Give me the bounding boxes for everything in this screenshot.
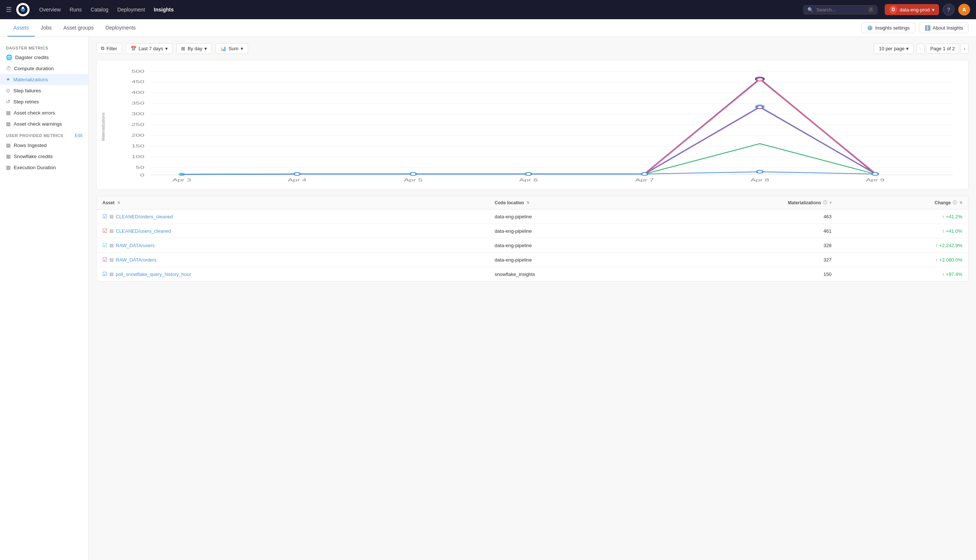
asset-link[interactable]: ☑ ▤ RAW_DATA/users <box>102 242 483 248</box>
change-up-icon: ↑ <box>935 257 938 263</box>
hamburger-menu[interactable]: ☰ <box>6 5 12 14</box>
duration-icon: ▦ <box>6 164 11 170</box>
sidebar-item-materializations[interactable]: ✦ Materializations <box>0 74 89 85</box>
svg-text:100: 100 <box>131 155 144 159</box>
search-box[interactable]: 🔍 Search... / <box>803 5 877 14</box>
materializations-cell: 328 <box>707 238 838 253</box>
per-page-selector[interactable]: 10 per page ▾ <box>874 43 913 54</box>
next-page-button[interactable]: › <box>961 43 969 53</box>
topnav-right: D data-eng-prod ▾ ? A <box>885 4 970 15</box>
sidebar-item-asset-check-errors[interactable]: ▦ Asset check errors <box>0 107 89 118</box>
page-indicator[interactable]: Page 1 of 2 <box>926 43 959 53</box>
asset-link[interactable]: ☑ ▤ CLEANED/users_cleaned <box>102 228 483 234</box>
asset-link[interactable]: ☑ ▤ poll_snowflake_query_history_hour <box>102 271 483 277</box>
app-logo <box>16 3 30 16</box>
clock-icon: ⏱ <box>6 65 11 71</box>
col-asset[interactable]: Asset ⇅ <box>97 196 489 210</box>
asset-link[interactable]: ☑ ▤ RAW_DATA/orders <box>102 257 483 263</box>
change-value: +2,242.9% <box>939 243 962 248</box>
chevron-down-icon: ▾ <box>165 46 168 51</box>
checkbox-icon: ☑ <box>102 257 107 263</box>
col-change[interactable]: Change ⓘ ⇅ <box>837 196 968 210</box>
sidebar-item-label: Snowflake credits <box>14 154 53 159</box>
nav-catalog[interactable]: Catalog <box>87 5 112 15</box>
table-row: ☑ ▤ RAW_DATA/orders data-eng-pipeline327… <box>97 253 968 267</box>
code-location-cell: snowflake_insights <box>489 267 707 282</box>
chevron-down-icon-2: ▾ <box>204 46 207 51</box>
checkbox-icon: ☑ <box>102 242 107 248</box>
insights-settings-button[interactable]: ⚙️ Insights settings <box>861 23 915 33</box>
tab-jobs[interactable]: Jobs <box>35 20 58 37</box>
table-icon: ▤ <box>109 257 114 262</box>
svg-text:300: 300 <box>131 112 144 116</box>
about-insights-button[interactable]: ℹ️ About Insights <box>919 23 969 33</box>
nav-runs[interactable]: Runs <box>66 5 85 15</box>
sidebar-item-asset-check-warnings[interactable]: ▦ Asset check warnings <box>0 118 89 129</box>
sidebar-item-rows-ingested[interactable]: ▦ Rows Ingested <box>0 140 89 151</box>
tab-asset-groups[interactable]: Asset groups <box>58 20 100 37</box>
aggregation-button[interactable]: 📊 Sum ▾ <box>216 43 248 54</box>
svg-text:350: 350 <box>131 101 144 105</box>
date-range-button[interactable]: 📅 Last 7 days ▾ <box>126 43 173 54</box>
sidebar-item-step-retries[interactable]: ↺ Step retries <box>0 96 89 107</box>
svg-text:Apr  8: Apr 8 <box>750 178 769 182</box>
code-location-cell: data-eng-pipeline <box>489 210 707 224</box>
tab-deployments[interactable]: Deployments <box>99 20 142 37</box>
rows-icon: ▦ <box>6 142 11 148</box>
code-location-cell: data-eng-pipeline <box>489 224 707 238</box>
materializations-cell: 327 <box>707 253 838 267</box>
code-location-cell: data-eng-pipeline <box>489 238 707 253</box>
col-materializations[interactable]: Materializations ⓘ ▾ <box>707 196 838 210</box>
search-placeholder: Search... <box>816 7 836 13</box>
sidebar-item-execution-duration[interactable]: ▦ Execution Duration <box>0 162 89 173</box>
sidebar-item-compute-duration[interactable]: ⏱ Compute duration <box>0 63 89 74</box>
user-avatar[interactable]: A <box>958 4 970 15</box>
svg-point-52 <box>757 170 763 173</box>
svg-text:450: 450 <box>131 80 144 84</box>
sidebar-item-dagster-credits[interactable]: 🌐 Dagster credits <box>0 52 89 63</box>
materializations-col-label: Materializations <box>788 200 821 205</box>
nav-deployment[interactable]: Deployment <box>114 5 149 15</box>
edit-metrics-link[interactable]: Edit <box>75 133 82 138</box>
svg-text:500: 500 <box>131 70 144 73</box>
asset-col-label: Asset <box>102 200 115 205</box>
chevron-down-icon-3: ▾ <box>241 46 243 51</box>
subnav: Assets Jobs Asset groups Deployments ⚙️ … <box>0 19 976 37</box>
svg-text:0: 0 <box>140 173 145 177</box>
sort-mat-icon: ▾ <box>830 201 831 205</box>
star-icon: ✦ <box>6 77 10 82</box>
svg-point-49 <box>410 173 416 175</box>
chart-icon: 📊 <box>221 46 226 51</box>
insights-settings-label: Insights settings <box>875 25 909 31</box>
asset-link[interactable]: ☑ ▤ CLEANED/orders_cleaned <box>102 213 483 220</box>
sidebar-item-label: Compute duration <box>14 66 53 71</box>
svg-text:Apr  9: Apr 9 <box>866 178 884 182</box>
change-info-icon: ⓘ <box>953 200 957 205</box>
circle-icon: ⊙ <box>6 88 10 93</box>
dagster-metrics-label: Dagster metrics <box>0 43 89 52</box>
nav-overview[interactable]: Overview <box>35 5 64 15</box>
topnav-links: Overview Runs Catalog Deployment Insight… <box>35 5 801 15</box>
tab-assets[interactable]: Assets <box>7 20 35 37</box>
sidebar-item-snowflake-credits[interactable]: ▦ Snowflake credits <box>0 151 89 162</box>
group-by-button[interactable]: ⊞ By day ▾ <box>176 43 212 54</box>
svg-text:Apr  7: Apr 7 <box>635 178 653 182</box>
filter-button[interactable]: ⧉ Filter <box>96 43 122 54</box>
change-up-icon: ↑ <box>942 272 944 277</box>
svg-text:150: 150 <box>131 144 144 148</box>
help-button[interactable]: ? <box>943 4 954 15</box>
table-icon: ▤ <box>109 214 114 219</box>
nav-insights[interactable]: Insights <box>150 5 177 15</box>
sidebar-item-step-failures[interactable]: ⊙ Step failures <box>0 85 89 96</box>
env-selector[interactable]: D data-eng-prod ▾ <box>885 4 939 15</box>
asset-cell: ☑ ▤ CLEANED/orders_cleaned <box>97 210 489 224</box>
table-icon: ▤ <box>109 243 114 248</box>
change-up-icon: ↑ <box>942 228 944 234</box>
sidebar-item-label: Execution Duration <box>14 165 56 170</box>
change-cell: ↑ +41.0% <box>837 224 968 238</box>
change-cell: ↑ +2,242.9% <box>837 238 968 253</box>
user-metrics-label: User provided metrics <box>6 133 63 138</box>
svg-text:Apr  6: Apr 6 <box>519 178 538 182</box>
col-code-location[interactable]: Code location ⇅ <box>489 196 707 210</box>
prev-page-button[interactable]: ‹ <box>916 43 924 53</box>
